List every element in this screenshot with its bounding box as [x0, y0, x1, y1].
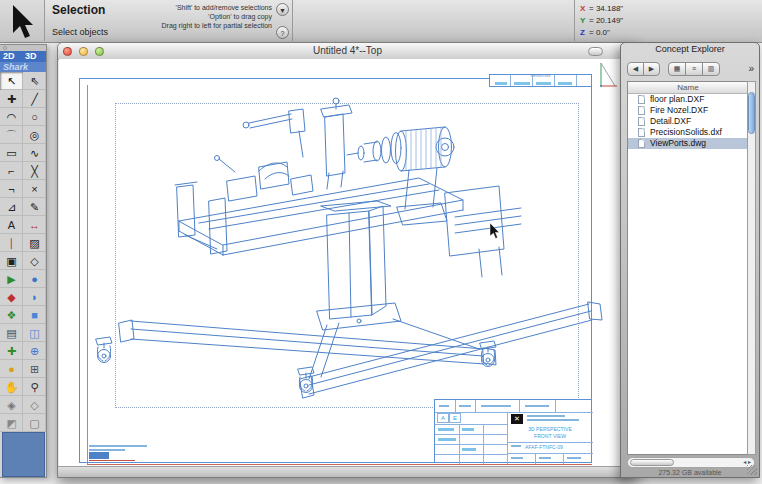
tool-button-view-wireframe[interactable]: ▢	[23, 414, 46, 432]
file-name: Detail.DXF	[650, 116, 691, 126]
palette-color-swatch[interactable]	[2, 432, 45, 477]
tool-button-axis-line[interactable]: ∣	[0, 234, 23, 252]
tool-button-material-ball[interactable]: ●	[0, 360, 23, 378]
tool-button-trim[interactable]: ×	[23, 180, 46, 198]
file-row-viewports-dwg[interactable]: ViewPorts.dwg	[628, 138, 748, 149]
tool-button-cross[interactable]: ╳	[23, 162, 46, 180]
tool-icon: ✚	[7, 346, 16, 357]
tool-button-view-iso-cube[interactable]: ◇	[23, 396, 46, 414]
tool-button-dimension[interactable]: ↔	[23, 216, 46, 234]
toolbar-pill-button[interactable]	[588, 47, 603, 56]
list-view-button[interactable]: ≡	[685, 62, 703, 76]
tool-hints: 'Shift' to add/remove selections 'Option…	[118, 3, 272, 30]
scrollbar-thumb[interactable]	[630, 459, 674, 466]
active-tool-button[interactable]	[0, 0, 44, 41]
tool-button-zoom[interactable]: ⚲	[23, 378, 46, 396]
tool-button-select[interactable]: ↖	[0, 72, 23, 90]
tool-button-sphere[interactable]: ●	[23, 270, 46, 288]
file-row-precisionsolids-dxf[interactable]: PrecisionSolids.dxf	[628, 127, 748, 138]
tool-button-circle[interactable]: ○	[23, 108, 46, 126]
tool-icon: ✎	[30, 202, 39, 213]
file-row-detail-dxf[interactable]: Detail.DXF	[628, 116, 748, 127]
icon-view-button[interactable]: ▦	[668, 62, 686, 76]
window-titlebar[interactable]: Untitled 4*--Top	[58, 43, 637, 60]
file-list: Name floor plan.DXF Fire Nozel.DXF	[627, 81, 749, 455]
tool-icon: ⊿	[7, 202, 16, 213]
tool-icon: ❖	[7, 310, 17, 321]
column-view-button[interactable]: ▥	[702, 62, 720, 76]
tool-button-chamfer[interactable]: ⊿	[0, 198, 23, 216]
tool-button-spline[interactable]: ∿	[23, 144, 46, 162]
hint-line: 'Option' to drag copy	[118, 12, 272, 21]
scrollbar-thumb[interactable]	[748, 92, 755, 134]
tool-button-sketch[interactable]: ✎	[23, 198, 46, 216]
tool-button-line[interactable]: ╱	[23, 90, 46, 108]
tool-icon: ⊞	[30, 364, 39, 375]
tool-button-corner[interactable]: ¬	[0, 180, 23, 198]
tool-button-select-lasso[interactable]: ⇖	[23, 72, 46, 90]
tool-button-polyline[interactable]: ⌐	[0, 162, 23, 180]
tool-button-view-iso-sphere[interactable]: ◈	[0, 396, 23, 414]
cad-drawing-engine-stand[interactable]	[59, 59, 636, 467]
tab-3d[interactable]: 3D	[25, 51, 37, 62]
help-button[interactable]: ?	[276, 26, 289, 39]
vertical-scrollbar[interactable]	[747, 81, 756, 455]
tab-2d[interactable]: 2D	[3, 51, 15, 62]
tool-button-boolean[interactable]: ⊕	[23, 342, 46, 360]
tool-button-transform[interactable]: ▣	[0, 252, 23, 270]
tool-button-pan-hand[interactable]: ✋	[0, 378, 23, 396]
tool-button-surface[interactable]: ▤	[0, 324, 23, 342]
tool-button-add-solid[interactable]: ✚	[0, 342, 23, 360]
tool-button-arc[interactable]: ◠	[0, 108, 23, 126]
tool-button-solid-edit[interactable]: ◫	[23, 324, 46, 342]
tool-palette: 2D 3D Shark ↖ ⇖ ✚ ╱	[0, 44, 47, 478]
coord-x: X= 34.188"	[580, 3, 623, 15]
tool-button-mesh[interactable]: ❖	[0, 306, 23, 324]
document-window: Untitled 4*--Top REVISIONS	[57, 42, 638, 478]
tool-icon: ▤	[6, 328, 16, 339]
document-icon	[638, 95, 645, 104]
tool-icon: ↔	[29, 220, 40, 231]
horizontal-scrollbar[interactable]: ◂ ▸	[627, 457, 755, 468]
tool-button-solid[interactable]: ◆	[0, 288, 23, 306]
tool-icon: ◩	[6, 418, 16, 429]
tool-icon: ▭	[6, 148, 16, 159]
tool-button-rectangle[interactable]: ▭	[0, 144, 23, 162]
tool-icon: ◇	[30, 256, 38, 267]
tool-button-viewports[interactable]: ⊞	[23, 360, 46, 378]
tool-button-ellipse[interactable]: ◎	[23, 126, 46, 144]
back-button[interactable]: ◀	[627, 62, 644, 76]
window-title: Untitled 4*--Top	[58, 45, 637, 56]
forward-button[interactable]: ▶	[643, 62, 660, 76]
file-row-fire-nozel-dxf[interactable]: Fire Nozel.DXF	[628, 105, 748, 116]
drawing-canvas[interactable]: REVISIONS A	[59, 59, 636, 467]
tool-icon: ▢	[29, 418, 39, 429]
tool-button-extrude[interactable]: ▶	[0, 270, 23, 288]
tool-button-polygon-nodes[interactable]: ◇	[23, 252, 46, 270]
panel-resize-grip[interactable]	[747, 465, 757, 475]
tool-button-revolve[interactable]: ◗	[23, 288, 46, 306]
tool-prompt: Select objects	[52, 27, 108, 37]
tool-button-hatch[interactable]: ▨	[23, 234, 46, 252]
file-row-floor-plan-dxf[interactable]: floor plan.DXF	[628, 94, 748, 105]
tool-icon: ◫	[29, 328, 39, 339]
tool-button-text[interactable]: A	[0, 216, 23, 234]
document-icon	[638, 106, 645, 115]
palette-close-button[interactable]	[3, 46, 7, 50]
file-rows: floor plan.DXF Fire Nozel.DXF Detail.DXF	[628, 94, 748, 149]
tool-button-view-shaded[interactable]: ◩	[0, 414, 23, 432]
tool-button-point[interactable]: ✚	[0, 90, 23, 108]
hint-line: Drag right to left for partial selection	[118, 21, 272, 30]
tool-icon: ✚	[7, 94, 16, 105]
overflow-chevron[interactable]: »	[748, 63, 754, 74]
tool-icon: ×	[31, 184, 37, 195]
tool-button-curve[interactable]: ⌒	[0, 126, 23, 144]
tool-button-cube[interactable]: ■	[23, 306, 46, 324]
tool-options-dropdown-button[interactable]: ▼	[276, 3, 289, 16]
tool-icon: ╳	[31, 166, 38, 177]
column-header-name[interactable]: Name	[628, 82, 748, 94]
tool-icon: ⌒	[6, 130, 17, 141]
document-icon	[638, 117, 645, 126]
tool-icon: ↖	[7, 76, 16, 87]
file-name: ViewPorts.dwg	[650, 138, 706, 148]
